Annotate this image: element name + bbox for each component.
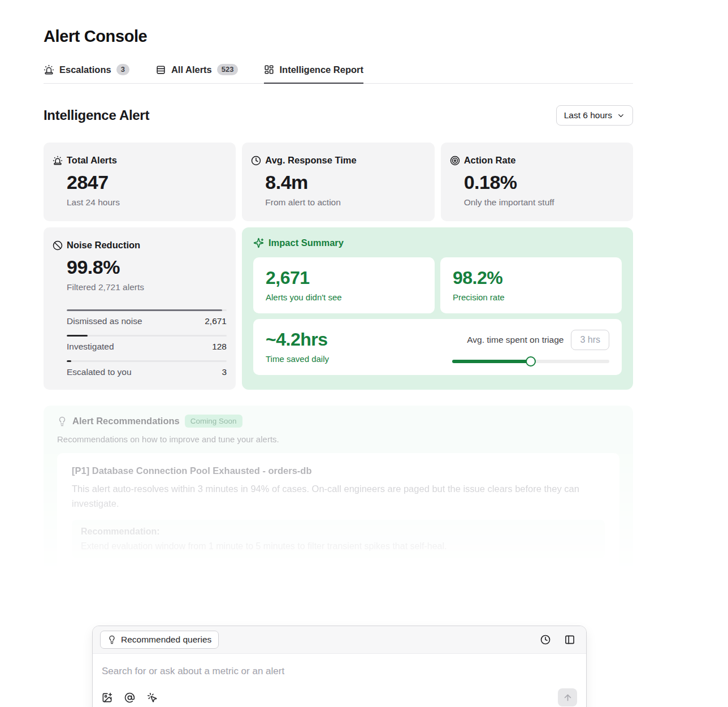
breakdown-row: Dismissed as noise 2,671 bbox=[67, 309, 227, 326]
time-saved-label: Time saved daily bbox=[266, 354, 329, 364]
tab-escalations[interactable]: Escalations 3 bbox=[44, 64, 129, 83]
recommendation-card-title: [P1] Database Connection Pool Exhausted … bbox=[72, 465, 605, 476]
tab-bar: Escalations 3 All Alerts 523 Intelligenc… bbox=[44, 64, 633, 84]
stat-subtitle: From alert to action bbox=[265, 197, 425, 208]
siren-icon bbox=[44, 64, 54, 75]
breakdown-label: Investigated bbox=[67, 342, 114, 352]
target-icon bbox=[450, 156, 460, 166]
progress-track bbox=[67, 335, 227, 337]
stat-subtitle: Only the important stuff bbox=[464, 197, 624, 208]
stat-title: Action Rate bbox=[464, 155, 516, 166]
stat-card-action-rate: Action Rate 0.18% Only the important stu… bbox=[441, 143, 633, 221]
alert-console-page: Alert Console Escalations 3 All Alerts 5… bbox=[44, 0, 633, 707]
stats-row: Total Alerts 2847 Last 24 hours Avg. Res… bbox=[44, 143, 633, 221]
page-title: Alert Console bbox=[44, 27, 633, 46]
breakdown-value: 2,671 bbox=[205, 316, 227, 326]
history-clock-icon[interactable] bbox=[540, 634, 551, 645]
metric-value: 2,671 bbox=[266, 268, 422, 288]
impact-summary-card: Impact Summary 2,671 Alerts you didn't s… bbox=[242, 227, 633, 390]
lightbulb-icon bbox=[107, 635, 116, 644]
slider-thumb[interactable] bbox=[526, 356, 536, 367]
time-saved-value: ~4.2hrs bbox=[266, 329, 329, 350]
clock-icon bbox=[251, 156, 261, 166]
time-range-value: Last 6 hours bbox=[564, 110, 612, 120]
section-title: Intelligence Alert bbox=[44, 107, 149, 123]
recommendation-card-description: This alert auto-resolves within 3 minute… bbox=[72, 482, 605, 511]
impact-metric-alerts-unseen: 2,671 Alerts you didn't see bbox=[253, 257, 435, 313]
breakdown-label: Dismissed as noise bbox=[67, 316, 142, 326]
time-range-dropdown[interactable]: Last 6 hours bbox=[556, 105, 633, 126]
stat-title: Total Alerts bbox=[67, 155, 117, 166]
ban-icon bbox=[53, 240, 63, 251]
rows-icon bbox=[155, 64, 166, 75]
stat-subtitle: Last 24 hours bbox=[67, 197, 227, 208]
cursor-sparkle-icon[interactable] bbox=[147, 692, 158, 703]
chevron-down-icon bbox=[617, 111, 625, 120]
search-input[interactable] bbox=[102, 666, 577, 677]
submit-button[interactable] bbox=[558, 688, 577, 706]
tab-label: Intelligence Report bbox=[279, 64, 363, 75]
progress-track bbox=[67, 360, 227, 362]
recommended-queries-label: Recommended queries bbox=[121, 635, 211, 645]
recommendation-card: [P1] Database Connection Pool Exhausted … bbox=[57, 453, 619, 578]
search-panel: Recommended queries bbox=[92, 626, 587, 707]
tab-intelligence-report[interactable]: Intelligence Report bbox=[264, 64, 363, 83]
lightbulb-icon bbox=[57, 416, 67, 426]
impact-metric-precision-rate: 98.2% Precision rate bbox=[440, 257, 622, 313]
triage-slider[interactable] bbox=[452, 360, 609, 363]
impact-summary-title: Impact Summary bbox=[268, 238, 344, 248]
stat-title: Noise Reduction bbox=[67, 240, 140, 251]
mention-at-icon[interactable] bbox=[124, 692, 135, 703]
progress-track bbox=[67, 309, 227, 311]
stat-title: Avg. Response Time bbox=[265, 155, 356, 166]
tab-all-alerts[interactable]: All Alerts 523 bbox=[155, 64, 239, 83]
siren-icon bbox=[53, 156, 63, 166]
image-plus-icon[interactable] bbox=[102, 692, 112, 703]
sparkles-icon bbox=[253, 238, 264, 248]
progress-fill bbox=[67, 360, 71, 362]
noise-reduction-value: 99.8% bbox=[67, 256, 227, 278]
stat-value: 2847 bbox=[67, 171, 227, 193]
alert-recommendations-section: Alert Recommendations Coming Soon Recomm… bbox=[44, 406, 633, 578]
recommendation-block: Recommendation: Extend evaluation window… bbox=[72, 520, 605, 558]
expected-impact-label: Expected Impact: bbox=[81, 574, 596, 578]
breakdown-row: Investigated 128 bbox=[67, 335, 227, 352]
recommended-queries-button[interactable]: Recommended queries bbox=[100, 631, 219, 649]
metric-label: Alerts you didn't see bbox=[266, 292, 422, 302]
coming-soon-badge: Coming Soon bbox=[185, 415, 242, 428]
stat-value: 0.18% bbox=[464, 171, 624, 193]
triage-label: Avg. time spent on triage bbox=[467, 335, 564, 345]
panel-left-icon[interactable] bbox=[564, 634, 575, 645]
progress-fill bbox=[67, 309, 222, 311]
noise-reduction-card: Noise Reduction 99.8% Filtered 2,721 ale… bbox=[44, 227, 236, 390]
stat-value: 8.4m bbox=[265, 171, 425, 193]
noise-reduction-subtitle: Filtered 2,721 alerts bbox=[67, 282, 227, 292]
tab-label: Escalations bbox=[59, 64, 111, 75]
dashboard-grid-icon bbox=[264, 64, 274, 75]
triage-control: Avg. time spent on triage 3 hrs bbox=[452, 330, 609, 363]
recommendation-text: Extend evaluation window from 1 minute t… bbox=[81, 541, 596, 551]
metric-label: Precision rate bbox=[453, 292, 609, 302]
metric-value: 98.2% bbox=[453, 268, 609, 288]
time-saved-card: ~4.2hrs Time saved daily Avg. time spent… bbox=[253, 319, 622, 375]
arrow-up-icon bbox=[563, 693, 573, 702]
noise-breakdown: Dismissed as noise 2,671 Investigated 12… bbox=[67, 309, 227, 377]
tab-count-badge: 523 bbox=[217, 64, 239, 75]
breakdown-row: Escalated to you 3 bbox=[67, 360, 227, 377]
progress-fill bbox=[67, 335, 88, 337]
breakdown-value: 3 bbox=[222, 367, 227, 377]
triage-hours-input[interactable]: 3 hrs bbox=[571, 330, 609, 350]
slider-fill bbox=[452, 360, 531, 363]
recommendations-subtitle: Recommendations on how to improve and tu… bbox=[57, 434, 619, 444]
tab-count-badge: 3 bbox=[116, 64, 129, 75]
breakdown-value: 128 bbox=[212, 342, 227, 352]
breakdown-label: Escalated to you bbox=[67, 367, 132, 377]
stat-card-total-alerts: Total Alerts 2847 Last 24 hours bbox=[44, 143, 236, 221]
expected-impact-block: Expected Impact: ~90% reduction in off-h… bbox=[72, 567, 605, 578]
tab-label: All Alerts bbox=[171, 64, 212, 75]
recommendation-label: Recommendation: bbox=[81, 527, 596, 537]
stat-card-avg-response-time: Avg. Response Time 8.4m From alert to ac… bbox=[242, 143, 434, 221]
recommendations-title: Alert Recommendations bbox=[72, 416, 180, 426]
